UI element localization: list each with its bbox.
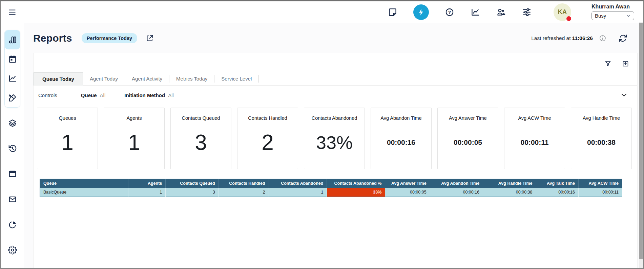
pie-chart-icon <box>8 220 17 229</box>
refresh-button[interactable] <box>618 33 628 43</box>
col-contacts-queued: Contacts Queued <box>166 179 219 188</box>
app-window: ? <box>0 0 644 269</box>
report-panel: Queue Today Agent Today Agent Activity M… <box>33 53 638 268</box>
filter-button[interactable] <box>603 59 613 69</box>
col-contacts-abandoned-pct: Contacts Abandoned % <box>327 179 385 188</box>
report-badge: Performance Today <box>82 33 137 43</box>
calendar-icon <box>8 55 17 64</box>
sidebar-item-pie[interactable] <box>4 220 20 229</box>
cell-contacts-queued: 3 <box>166 188 219 197</box>
chevron-down-icon <box>620 91 628 99</box>
sidebar-nav-group <box>4 30 20 108</box>
scrollbar-thumb[interactable] <box>639 23 643 259</box>
sidebar-item-settings[interactable] <box>4 245 20 255</box>
col-avg-acw-time: Avg ACW Time <box>579 179 622 188</box>
col-avg-answer-time: Avg Answer Time <box>385 179 430 188</box>
col-contacts-handled: Contacts Handled <box>219 179 269 188</box>
queue-filter[interactable]: Queue All <box>81 92 105 98</box>
tab-agent-today[interactable]: Agent Today <box>83 72 125 85</box>
tab-separator <box>258 75 259 83</box>
avatar[interactable]: KA <box>554 3 571 21</box>
cell-avg-abandon-time: 00:00:16 <box>430 188 483 197</box>
lightning-icon <box>417 8 425 16</box>
help-button[interactable]: ? <box>444 7 455 17</box>
menu-button[interactable] <box>7 7 17 17</box>
last-refreshed-time: 11:06:26 <box>572 35 593 41</box>
metric-card-contacts-queued: Contacts Queued 3 <box>170 108 231 169</box>
notes-button[interactable] <box>388 7 398 17</box>
controls-label: Controls <box>38 92 57 98</box>
cell-avg-answer-time: 00:00:05 <box>385 188 430 197</box>
page-header: Reports Performance Today Last refreshed… <box>24 23 643 44</box>
report-tabs: Queue Today Agent Today Agent Activity M… <box>34 72 637 86</box>
mail-icon <box>8 195 17 204</box>
gear-icon <box>8 246 17 254</box>
tab-metrics-today[interactable]: Metrics Today <box>169 72 214 85</box>
note-icon <box>388 7 397 17</box>
sidebar-item-schedule[interactable] <box>5 49 20 69</box>
line-chart-icon <box>8 74 17 83</box>
sidebar-item-design[interactable] <box>5 88 20 107</box>
status-select[interactable]: Busy <box>591 11 634 20</box>
metric-card-avg-abandon-time: Avg Abandon Time 00:00:16 <box>371 108 432 169</box>
col-agents: Agents <box>128 179 166 188</box>
table-header-row: Queue Agents Contacts Queued Contacts Ha… <box>40 179 622 188</box>
metric-card-agents: Agents 1 <box>104 108 165 169</box>
tab-service-level[interactable]: Service Level <box>214 72 258 85</box>
users-button[interactable] <box>496 7 506 17</box>
quick-connect-button[interactable] <box>413 4 429 20</box>
col-contacts-abandoned: Contacts Abandoned <box>269 179 327 188</box>
sidebar-item-history[interactable] <box>4 144 20 153</box>
download-button[interactable] <box>620 59 630 69</box>
funnel-icon <box>604 60 611 67</box>
scrollbar[interactable] <box>639 22 643 268</box>
metrics-button[interactable] <box>470 7 480 17</box>
preferences-button[interactable] <box>522 7 532 17</box>
sidebar-item-window[interactable] <box>4 169 20 179</box>
sidebar-item-metrics[interactable] <box>5 69 20 88</box>
refresh-info-button[interactable] <box>598 33 608 43</box>
refresh-icon <box>619 34 627 43</box>
metric-card-queues: Queues 1 <box>37 108 98 169</box>
question-icon: ? <box>445 7 454 17</box>
cell-avg-acw-time: 00:00:11 <box>579 188 622 197</box>
col-avg-abandon-time: Avg Abandon Time <box>430 179 483 188</box>
tab-agent-activity[interactable]: Agent Activity <box>125 72 169 85</box>
metric-card-avg-acw-time: Avg ACW Time 00:00:11 <box>504 108 565 169</box>
initiation-method-filter[interactable]: Initiation Method All <box>124 92 174 98</box>
col-avg-talk-time: Avg Talk Time <box>536 179 578 188</box>
bar-chart-icon <box>8 36 17 44</box>
cell-contacts-abandoned-pct: 33% <box>327 188 385 197</box>
metric-card-contacts-abandoned: Contacts Abandoned 33% <box>304 108 365 169</box>
metric-card-avg-answer-time: Avg Answer Time 00:00:05 <box>437 108 498 169</box>
open-in-new-window-button[interactable] <box>145 33 155 43</box>
history-icon <box>8 144 17 153</box>
cell-avg-handle-time: 00:00:38 <box>483 188 536 197</box>
chevron-down-icon <box>626 13 631 18</box>
collapse-controls-button[interactable] <box>620 91 628 99</box>
metric-card-avg-handle-time: Avg Handle Time 00:00:38 <box>571 108 632 169</box>
cell-avg-talk-time: 00:00:16 <box>536 188 578 197</box>
page-title: Reports <box>33 32 72 44</box>
panel-toolbar <box>34 53 637 71</box>
metric-card-contacts-handled: Contacts Handled 2 <box>237 108 298 169</box>
controls-bar: Controls Queue All Initiation Method All <box>34 86 637 106</box>
avatar-initials: KA <box>558 8 567 16</box>
users-icon <box>496 7 506 17</box>
sidebar <box>1 23 24 268</box>
sidebar-nav-secondary <box>4 118 20 255</box>
hamburger-icon <box>8 8 17 17</box>
sidebar-item-reports[interactable] <box>5 30 20 49</box>
topbar-actions: ? <box>388 3 634 21</box>
svg-text:?: ? <box>448 9 451 15</box>
info-icon <box>599 35 606 42</box>
busy-status-dot <box>566 16 571 21</box>
sliders-icon <box>522 7 532 17</box>
sidebar-item-layers[interactable] <box>4 118 20 128</box>
external-link-icon <box>146 34 154 42</box>
download-icon <box>622 60 629 67</box>
topbar: ? <box>1 1 643 23</box>
tab-queue-today[interactable]: Queue Today <box>34 72 83 86</box>
window-icon <box>8 170 17 178</box>
sidebar-item-mail[interactable] <box>4 195 20 204</box>
